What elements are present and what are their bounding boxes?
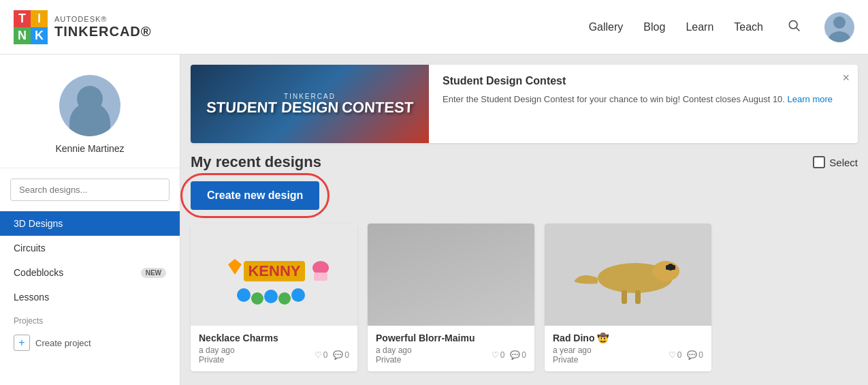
banner-learn-more-link[interactable]: Learn more xyxy=(788,94,833,104)
logo-cell-k: K xyxy=(31,27,48,44)
svg-point-9 xyxy=(278,292,291,305)
design-card-blorr-meta-left: a day ago Private xyxy=(376,345,412,365)
main-layout: Kennie Martinez 3D Designs Circuits Code… xyxy=(0,55,868,385)
design-card-dino-meta-left: a year ago Private xyxy=(553,345,592,365)
banner-title: Student Design Contest xyxy=(443,75,834,87)
sidebar-item-3d-designs[interactable]: 3D Designs xyxy=(0,211,180,236)
actions-row: Create new design xyxy=(191,181,858,210)
design-card-dino-name: Rad Dino 🤠 xyxy=(553,333,703,343)
select-button[interactable]: Select xyxy=(813,156,858,168)
design-card-dino-meta: a year ago Private ♡0 💬0 xyxy=(553,345,703,365)
logo-cell-i: I xyxy=(31,10,48,27)
design-card-necklace-meta: a day ago Private ♡0 💬0 xyxy=(199,345,349,365)
sidebar-search-wrapper xyxy=(10,179,170,201)
dino-preview xyxy=(560,230,696,319)
blorr-comment-icon: 💬0 xyxy=(510,350,526,360)
svg-point-7 xyxy=(251,292,263,305)
sidebar-item-circuits-label: Circuits xyxy=(14,243,46,253)
nav-blog[interactable]: Blog xyxy=(643,21,665,33)
design-card-necklace-actions: ♡0 💬0 xyxy=(315,350,349,360)
nav-teach[interactable]: Teach xyxy=(734,21,763,33)
avatar-silhouette-icon xyxy=(824,12,854,42)
designs-grid: KENNY xyxy=(191,224,858,371)
create-project-label: Create project xyxy=(35,338,91,348)
avatar[interactable] xyxy=(824,12,854,42)
banner-contest-title2: CONTEST xyxy=(341,100,413,115)
dino-comment-icon: 💬0 xyxy=(687,350,703,360)
designs-header: My recent designs Select xyxy=(191,153,858,171)
sidebar-avatar-body-shape xyxy=(69,102,110,136)
design-card-blorr-image xyxy=(368,224,534,326)
content-area: TINKERCAD STUDENT DESIGN CONTEST Student… xyxy=(180,55,868,385)
search-icon-button[interactable] xyxy=(784,15,804,39)
logo-text: AUTODESK® TINKERCAD® xyxy=(54,15,152,38)
svg-rect-19 xyxy=(666,265,675,270)
banner-image-text: TINKERCAD STUDENT DESIGN CONTEST xyxy=(206,93,413,115)
logo-area[interactable]: T I N K AUTODESK® TINKERCAD® xyxy=(14,10,152,44)
logo-tinkercad: TINKERCAD® xyxy=(54,24,152,39)
search-icon xyxy=(787,18,801,32)
svg-point-2 xyxy=(833,16,846,29)
blorr-like-icon: ♡0 xyxy=(492,350,505,360)
design-card-blorr-meta: a day ago Private ♡0 💬0 xyxy=(376,345,526,365)
sidebar-item-codeblocks[interactable]: Codeblocks NEW xyxy=(0,260,180,285)
svg-point-8 xyxy=(264,290,278,303)
sidebar-avatar xyxy=(59,75,120,136)
svg-rect-17 xyxy=(622,290,627,304)
design-card-blorr-name: Powerful Blorr-Maimu xyxy=(376,333,526,343)
design-card-dino-time: a year ago xyxy=(553,345,592,355)
blorr-preview xyxy=(368,224,534,326)
necklace-charms-preview: KENNY xyxy=(206,230,342,319)
header: T I N K AUTODESK® TINKERCAD® Gallery Blo… xyxy=(0,0,868,55)
projects-section-title: Projects xyxy=(0,309,180,329)
select-button-label: Select xyxy=(829,157,858,168)
design-card-blorr[interactable]: Powerful Blorr-Maimu a day ago Private ♡… xyxy=(368,224,534,371)
svg-marker-13 xyxy=(228,259,242,275)
header-nav: Gallery Blog Learn Teach xyxy=(589,12,854,42)
create-btn-wrapper: Create new design xyxy=(191,181,319,210)
sidebar-username: Kennie Martinez xyxy=(55,143,124,154)
select-checkbox-icon xyxy=(813,156,825,168)
sidebar-item-lessons[interactable]: Lessons xyxy=(0,285,180,309)
designs-section-title: My recent designs xyxy=(191,153,321,171)
codeblocks-new-badge: NEW xyxy=(141,268,166,278)
dino-comment-count: 0 xyxy=(698,350,703,360)
design-card-necklace-name: Necklace Charms xyxy=(199,333,349,343)
logo-cell-n: N xyxy=(14,27,31,44)
design-card-necklace-image: KENNY xyxy=(191,224,357,326)
banner-desc-text: Enter the Student Design Contest for you… xyxy=(443,94,785,104)
svg-point-3 xyxy=(829,31,850,42)
create-project-button[interactable]: + Create project xyxy=(0,329,180,356)
designs-section: My recent designs Select Create new desi… xyxy=(180,143,868,382)
design-card-dino[interactable]: Rad Dino 🤠 a year ago Private ♡0 💬0 xyxy=(545,224,711,371)
nav-learn[interactable]: Learn xyxy=(686,21,713,33)
like-icon: ♡0 xyxy=(315,350,328,360)
comment-count: 0 xyxy=(344,350,349,360)
blorr-like-count: 0 xyxy=(500,350,505,360)
design-card-dino-image xyxy=(545,224,711,326)
comment-icon: 💬0 xyxy=(333,350,349,360)
design-card-necklace-charms[interactable]: KENNY xyxy=(191,224,357,371)
design-card-blorr-privacy: Private xyxy=(376,355,412,365)
create-new-design-button[interactable]: Create new design xyxy=(191,181,319,210)
banner-close-button[interactable]: × xyxy=(842,72,850,84)
sidebar-item-circuits[interactable]: Circuits xyxy=(0,236,180,260)
dino-like-count: 0 xyxy=(677,350,682,360)
nav-gallery[interactable]: Gallery xyxy=(589,21,624,33)
logo-grid: T I N K xyxy=(14,10,48,44)
design-card-necklace-meta-left: a day ago Private xyxy=(199,345,235,365)
sidebar: Kennie Martinez 3D Designs Circuits Code… xyxy=(0,55,180,385)
like-count: 0 xyxy=(323,350,328,360)
design-card-necklace-time: a day ago xyxy=(199,345,235,355)
svg-rect-18 xyxy=(635,290,641,304)
sidebar-item-codeblocks-label: Codeblocks xyxy=(14,267,63,278)
dino-like-icon: ♡0 xyxy=(669,350,682,360)
sidebar-profile: Kennie Martinez xyxy=(0,68,180,168)
design-card-dino-actions: ♡0 💬0 xyxy=(669,350,703,360)
banner-content: Student Design Contest Enter the Student… xyxy=(429,65,858,143)
svg-point-0 xyxy=(789,20,797,29)
banner-description: Enter the Student Design Contest for you… xyxy=(443,93,834,106)
search-input[interactable] xyxy=(10,179,170,201)
banner-image: TINKERCAD STUDENT DESIGN CONTEST xyxy=(191,65,429,143)
close-icon: × xyxy=(842,71,850,84)
